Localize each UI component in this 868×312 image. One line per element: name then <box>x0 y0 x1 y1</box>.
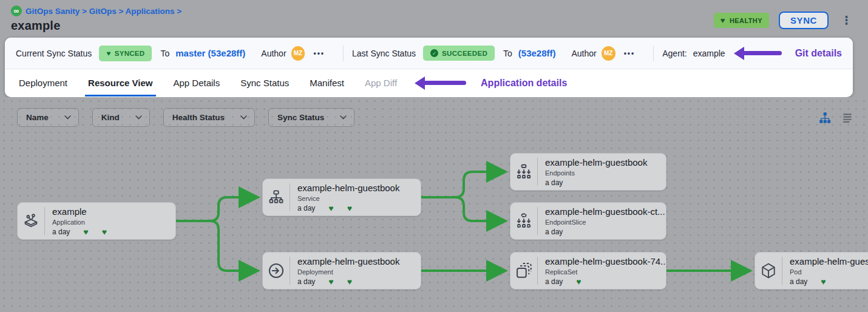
sync-status-bar: Current Sync Status ♥ SYNCED To master (… <box>5 38 853 69</box>
resource-kind: Deployment <box>297 268 399 276</box>
resource-kind: Endpoints <box>545 169 647 177</box>
resource-name: example <box>52 206 107 217</box>
resource-kind: Service <box>297 194 399 203</box>
health-heart-icon: ♥ <box>347 278 352 285</box>
annotation-arrow-left-icon <box>734 47 782 60</box>
resource-name: example-helm-guestbook-74... <box>545 256 660 267</box>
filter-dropdown-kind[interactable]: Kind <box>92 108 150 127</box>
resource-node-application[interactable]: exampleApplicationa day♥♥ <box>17 202 176 240</box>
resource-node-endpoints[interactable]: example-helm-guestbookEndpointsa day <box>510 153 666 191</box>
author-label: Author <box>261 49 286 58</box>
filter-dropdown-sync-status[interactable]: Sync Status <box>268 108 354 127</box>
breadcrumb-separator: > <box>80 7 89 16</box>
resource-node-service[interactable]: example-helm-guestbookServicea day♥♥ <box>262 178 421 216</box>
tab-app-diff[interactable]: App Diff <box>354 69 407 97</box>
tab-sync-status[interactable]: Sync Status <box>230 69 299 97</box>
health-heart-icon: ♥ <box>328 278 333 285</box>
filter-label: Health Status <box>172 113 225 122</box>
application-icon <box>18 212 44 230</box>
resource-age: a day <box>297 204 315 212</box>
resource-name: example-helm-guestbook <box>545 157 647 168</box>
tab-resource-view[interactable]: Resource View <box>78 69 163 97</box>
pod-icon <box>755 262 782 280</box>
list-view-toggle[interactable] <box>841 112 853 124</box>
resource-age: a day <box>790 277 807 286</box>
breadcrumb-separator: > <box>117 7 126 16</box>
more-options-icon[interactable]: ••• <box>624 49 636 58</box>
heart-icon: ♥ <box>106 49 110 58</box>
heart-icon: ♥ <box>721 16 725 25</box>
current-commit-link[interactable]: master (53e28ff) <box>175 48 245 58</box>
tab-deployment[interactable]: Deployment <box>8 69 78 97</box>
application-details-annotation: Application details <box>481 78 567 89</box>
annotation-arrow-left-icon <box>415 76 466 90</box>
gitops-logo-icon: ∞ <box>11 5 22 16</box>
check-circle-icon: ✓ <box>430 49 438 57</box>
succeeded-badge: ✓ SUCCEEDED <box>423 46 495 61</box>
divider <box>343 46 344 61</box>
divider <box>653 46 654 61</box>
health-heart-icon: ♥ <box>347 205 352 212</box>
tab-bar: DeploymentResource ViewApp DetailsSync S… <box>5 69 853 97</box>
app-summary-card: Current Sync Status ♥ SYNCED To master (… <box>5 38 853 97</box>
graph-edge <box>421 197 504 221</box>
resource-node-deployment[interactable]: example-helm-guestbookDeploymenta day♥♥ <box>262 252 421 290</box>
health-heart-icon: ♥ <box>576 278 581 285</box>
resource-age: a day <box>545 277 563 286</box>
author-label: Author <box>572 49 597 58</box>
graph-edge <box>421 172 504 197</box>
resource-name: example-helm-guestbook <box>297 256 399 267</box>
breadcrumb-separator: > <box>175 7 182 16</box>
resource-age: a day <box>52 228 70 236</box>
resource-kind: EndpointSlice <box>545 218 660 226</box>
breadcrumb-links: GitOps Sanity > GitOps > Applications > <box>25 7 181 16</box>
current-sync-status-label: Current Sync Status <box>16 49 92 58</box>
health-status-badge: ♥ HEALTHY <box>714 13 769 28</box>
health-heart-icon: ♥ <box>102 228 107 236</box>
chevron-down-icon <box>240 115 247 120</box>
breadcrumb-link-gitops[interactable]: GitOps <box>89 7 117 16</box>
endpointslice-icon <box>510 212 537 230</box>
resource-graph-canvas: NameKindHealth StatusSync Status example… <box>0 97 868 312</box>
resource-kind: Pod <box>790 268 868 276</box>
filter-dropdown-name[interactable]: Name <box>17 108 79 127</box>
endpoints-icon <box>510 163 537 181</box>
service-icon <box>263 188 290 206</box>
resource-kind: Application <box>52 218 107 226</box>
health-heart-icon: ♥ <box>83 228 88 236</box>
synced-badge: ♥ SYNCED <box>99 46 152 61</box>
resource-age: a day <box>545 178 563 187</box>
deployment-icon <box>263 261 290 280</box>
health-heart-icon: ♥ <box>328 205 333 212</box>
more-options-icon[interactable]: ••• <box>313 49 325 58</box>
resource-age: a day <box>297 277 315 286</box>
sync-button[interactable]: SYNC <box>779 12 829 29</box>
resource-node-replicaset[interactable]: example-helm-guestbook-74...ReplicaSeta … <box>510 252 666 290</box>
kebab-menu-icon[interactable]: ⋮ <box>838 13 855 27</box>
filter-bar: NameKindHealth StatusSync Status <box>17 108 853 127</box>
resource-name: example-helm-guestbook <box>297 183 399 194</box>
filter-label: Sync Status <box>277 113 324 122</box>
git-details-annotation: Git details <box>795 48 842 59</box>
author-avatar: MZ <box>291 46 305 61</box>
top-bar: ∞ GitOps Sanity > GitOps > Applications … <box>0 0 868 38</box>
graph-edge <box>176 221 257 271</box>
filter-dropdown-health-status[interactable]: Health Status <box>163 108 255 127</box>
resource-name: example-helm-guestbook-ct... <box>545 206 660 217</box>
tab-manifest[interactable]: Manifest <box>299 69 354 97</box>
resource-node-pod[interactable]: example-helm-guestPoda day♥ <box>754 252 868 290</box>
tree-view-toggle[interactable] <box>818 111 832 124</box>
breadcrumb-link-applications[interactable]: Applications <box>126 7 175 16</box>
last-commit-link[interactable]: (53e28ff) <box>518 48 556 58</box>
resource-kind: ReplicaSet <box>545 268 660 276</box>
resource-age: a day <box>545 228 563 236</box>
breadcrumb-link-gitops-sanity[interactable]: GitOps Sanity <box>25 7 80 16</box>
agent-label: Agent: <box>662 49 687 58</box>
resource-name: example-helm-guest <box>790 256 868 267</box>
health-heart-icon: ♥ <box>821 278 826 285</box>
chevron-down-icon <box>340 115 347 120</box>
graph-edge <box>176 197 257 221</box>
chevron-down-icon <box>135 115 142 120</box>
tab-app-details[interactable]: App Details <box>163 69 231 97</box>
resource-node-endpointslice[interactable]: example-helm-guestbook-ct...EndpointSlic… <box>510 202 666 240</box>
